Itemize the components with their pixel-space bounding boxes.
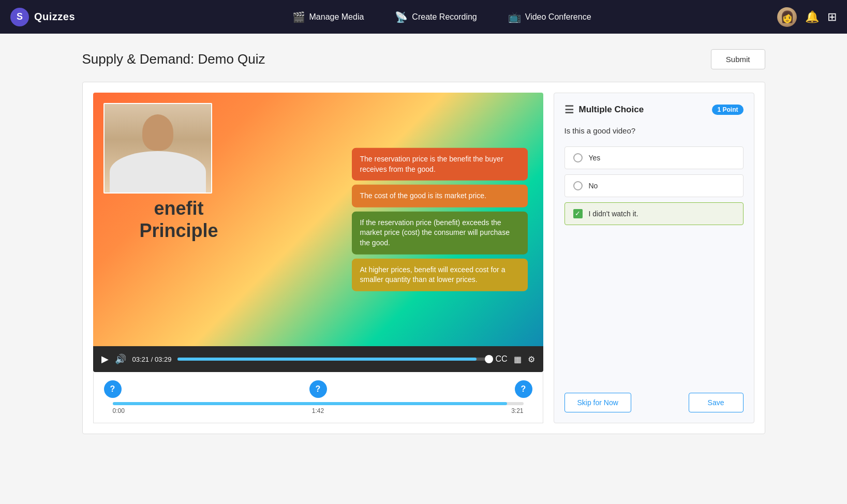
check-icon: ✓ (573, 209, 583, 218)
timeline-progress-fill (113, 402, 507, 405)
submit-button[interactable]: Submit (711, 49, 765, 69)
create-recording-icon: 📡 (395, 11, 408, 23)
quiz-type-icon: ☰ (564, 103, 574, 116)
notifications-bell-icon[interactable]: 🔔 (805, 10, 819, 24)
timeline-timestamps: 0:00 1:42 3:21 (104, 405, 532, 414)
play-button[interactable]: ▶ (101, 353, 109, 365)
progress-fill (177, 358, 477, 361)
slide-main-text: enefit Principle (140, 197, 218, 242)
captions-icon[interactable]: CC (495, 354, 507, 364)
top-navigation: S Quizzes 🎬 Manage Media 📡 Create Record… (0, 0, 847, 34)
quiz-header: ☰ Multiple Choice 1 Point (564, 103, 744, 116)
slide-text-area: enefit Principle (140, 197, 218, 242)
marker-icon-1: ? (309, 380, 327, 398)
nav-video-conference[interactable]: 📺 Video Conference (493, 0, 607, 34)
save-button[interactable]: Save (689, 393, 744, 412)
time-display: 03:21 / 03:29 (132, 355, 172, 363)
timeline-markers: ? ? ? (104, 380, 532, 398)
layout-icon[interactable]: ▦ (514, 354, 522, 364)
progress-thumb[interactable] (485, 355, 493, 363)
quiz-actions: Skip for Now Save (564, 393, 744, 412)
slide-box-0: The reservation price is the benefit the… (352, 148, 528, 181)
radio-no[interactable] (573, 181, 583, 190)
slide-box-2: If the reservation price (benefit) excee… (352, 211, 528, 254)
ctrl-icons: CC ▦ ⚙ (495, 354, 534, 364)
settings-icon[interactable]: ⚙ (528, 354, 535, 364)
webcam-person (105, 104, 211, 192)
marker-time-1: 1:42 (312, 407, 324, 414)
timeline-area: ? ? ? 0:00 1:42 (93, 372, 543, 423)
skip-for-now-button[interactable]: Skip for Now (564, 393, 631, 412)
user-avatar[interactable]: 👩 (777, 7, 797, 27)
slide-box-3: At higher prices, benefit will exceed co… (352, 258, 528, 291)
timeline-track[interactable] (113, 402, 524, 405)
timeline-marker-1[interactable]: ? (309, 380, 327, 398)
marker-icon-0: ? (104, 380, 122, 398)
quiz-options: Yes No ✓ I didn't watch it. (564, 146, 744, 381)
quiz-option-no[interactable]: No (564, 174, 744, 197)
marker-icon-2: ? (515, 380, 532, 398)
timeline-marker-0[interactable]: ? (104, 380, 122, 398)
app-logo[interactable]: S Quizzes (10, 8, 75, 26)
quiz-question: Is this a good video? (564, 125, 744, 137)
create-recording-label: Create Recording (412, 12, 477, 22)
video-conference-label: Video Conference (525, 12, 591, 22)
content-area: enefit Principle The reservation price i… (93, 93, 754, 423)
volume-button[interactable]: 🔊 (115, 353, 126, 365)
manage-media-label: Manage Media (309, 12, 364, 22)
nav-create-recording[interactable]: 📡 Create Recording (379, 0, 492, 34)
page-title: Supply & Demand: Demo Quiz (82, 51, 265, 67)
option-no-label: No (589, 182, 598, 190)
video-player: enefit Principle The reservation price i… (93, 93, 543, 346)
apps-grid-icon[interactable]: ⊞ (827, 10, 837, 24)
webcam-thumbnail (103, 103, 212, 194)
marker-time-2: 3:21 (511, 407, 523, 414)
marker-time-0: 0:00 (113, 407, 125, 414)
radio-yes[interactable] (573, 153, 583, 162)
video-controls: ▶ 🔊 03:21 / 03:29 CC ▦ ⚙ (93, 346, 543, 372)
quiz-type-label: Multiple Choice (579, 105, 644, 115)
nav-manage-media[interactable]: 🎬 Manage Media (277, 0, 380, 34)
quiz-panel: ☰ Multiple Choice 1 Point Is this a good… (554, 93, 754, 423)
app-title: Quizzes (34, 11, 75, 23)
video-wrapper: enefit Principle The reservation price i… (93, 93, 543, 423)
nav-links: 🎬 Manage Media 📡 Create Recording 📺 Vide… (106, 0, 777, 34)
points-badge: 1 Point (712, 105, 743, 115)
nav-right-controls: 👩 🔔 ⊞ (777, 7, 837, 27)
option-didnt-watch-label: I didn't watch it. (589, 210, 638, 218)
option-yes-label: Yes (589, 154, 601, 162)
quiz-option-didnt-watch[interactable]: ✓ I didn't watch it. (564, 202, 744, 225)
slide-box-1: The cost of the good is its market price… (352, 185, 528, 207)
page-content: Supply & Demand: Demo Quiz Submit enefit (62, 34, 786, 450)
video-conference-icon: 📺 (508, 11, 521, 23)
quiz-type: ☰ Multiple Choice (564, 103, 644, 116)
manage-media-icon: 🎬 (292, 11, 305, 23)
main-container: enefit Principle The reservation price i… (82, 82, 765, 434)
video-progress-bar[interactable] (177, 358, 489, 361)
slide-boxes: The reservation price is the benefit the… (352, 148, 528, 291)
logo-icon: S (10, 8, 29, 26)
quiz-option-yes[interactable]: Yes (564, 146, 744, 169)
page-header: Supply & Demand: Demo Quiz Submit (82, 49, 765, 69)
timeline-marker-2[interactable]: ? (515, 380, 532, 398)
